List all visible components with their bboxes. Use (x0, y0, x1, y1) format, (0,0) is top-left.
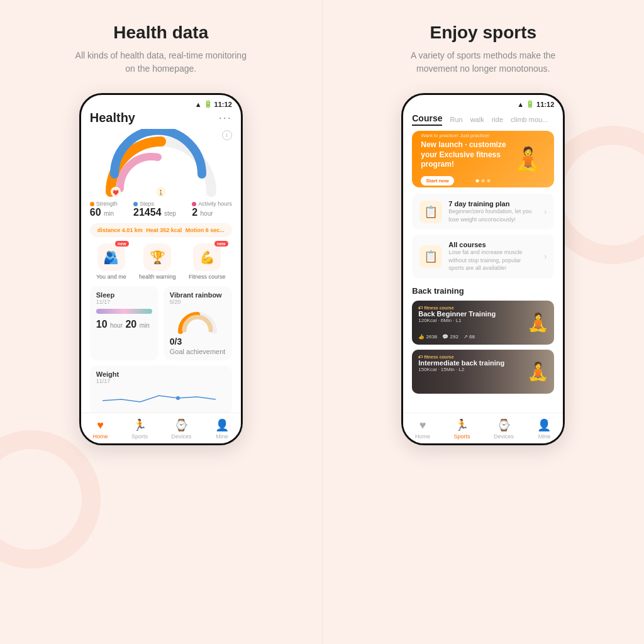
you-and-me-item[interactable]: 🫂 new You and me (96, 243, 126, 280)
activity-dot (192, 202, 196, 206)
tab-climb[interactable]: climb mou... (511, 116, 548, 123)
nav-home-label-right: Home (415, 433, 430, 440)
seven-day-icon: 📋 (419, 201, 442, 223)
tab-walk[interactable]: walk (470, 116, 484, 123)
activity-label: Activity hours (192, 201, 232, 207)
info-icon[interactable]: i (222, 130, 232, 140)
all-courses-item[interactable]: 📋 All courses Lose fat and increase musc… (412, 235, 554, 279)
video-card-1[interactable]: 🏷 fitness course Back Beginner Training … (412, 301, 554, 345)
tab-ride[interactable]: ride (492, 116, 503, 123)
nav-home-right[interactable]: ♥ Home (415, 419, 430, 440)
strength-dot (90, 202, 94, 206)
nav-devices-left[interactable]: ⌚ Devices (171, 418, 191, 440)
vibrant-card[interactable]: Vibrant rainbow 5/20 0/3 Goal achievemen… (164, 286, 232, 360)
motion-info: Motion 6 sec... (186, 227, 225, 233)
seven-day-title: 7 day training plan (448, 200, 538, 208)
right-panel-subtitle: A variety of sports methods make the mov… (395, 49, 571, 75)
you-and-me-label: You and me (96, 274, 126, 280)
bottom-nav-right: ♥ Home 🏃 Sports ⌚ Devices 👤 Mine (403, 413, 563, 443)
nav-devices-right[interactable]: ⌚ Devices (494, 418, 514, 440)
right-panel: Enjoy sports A variety of sports methods… (323, 0, 645, 644)
devices-icon-left: ⌚ (174, 418, 188, 432)
svg-text:❤️: ❤️ (113, 189, 119, 196)
activity-value: 2 (192, 207, 197, 218)
nav-home-left[interactable]: ♥ Home (92, 419, 108, 440)
nav-home-label-left: Home (92, 433, 108, 440)
more-menu-button[interactable]: ··· (219, 111, 232, 125)
tab-run[interactable]: Run (450, 116, 462, 123)
dot-2 (482, 179, 485, 182)
status-bar-left: ▲ 🔋 11:12 (81, 95, 241, 111)
bottom-nav-left: ♥ Home 🏃 Sports ⌚ Devices 👤 Mine (81, 413, 241, 443)
video-figure-1: 🧘 (527, 301, 549, 345)
steps-stat: Steps 21454 step (133, 201, 176, 218)
right-phone: ▲ 🔋 11:12 Course Run walk ride climb mou… (401, 93, 565, 445)
nav-mine-right[interactable]: 👤 Mine (537, 418, 551, 440)
chevron-icon-2: › (544, 252, 547, 261)
steps-value: 21454 (133, 207, 162, 218)
activity-unit: hour (201, 210, 213, 217)
banner-start-button[interactable]: Start now (421, 176, 453, 186)
left-panel: Health data All kinds of health data, re… (0, 0, 323, 644)
nav-sports-right[interactable]: 🏃 Sports (453, 418, 470, 440)
left-panel-title: Health data (113, 23, 208, 43)
time-left: 11:12 (214, 101, 232, 108)
video-card-2[interactable]: 🏷 fitness course Intermediate back train… (412, 350, 554, 394)
nav-sports-left[interactable]: 🏃 Sports (131, 418, 148, 440)
you-and-me-icon-box: 🫂 (97, 243, 125, 271)
strength-label: Strength (90, 201, 118, 207)
health-warning-label: health warning (139, 274, 176, 280)
all-courses-icon: 📋 (419, 245, 442, 268)
sports-screen: Course Run walk ride climb mou... Want t… (403, 111, 563, 445)
time-right: 11:12 (536, 101, 554, 108)
strength-unit: min (104, 210, 114, 217)
dot-1 (476, 179, 479, 182)
banner-image: 🧘 (511, 146, 545, 172)
sleep-min: 20 (125, 319, 136, 330)
new-badge-2: new (214, 241, 228, 247)
banner-text-block: Want to practice! Just practice! New lau… (421, 133, 511, 186)
shares-1: ↗ 68 (464, 334, 475, 340)
svg-point-4 (176, 396, 180, 400)
sleep-bar (96, 309, 152, 314)
weight-card[interactable]: Weight 11/17 (90, 365, 232, 414)
likes-1: 👍 2638 (418, 334, 437, 340)
all-courses-info: All courses Lose fat and increase muscle… (448, 241, 538, 272)
promo-banner[interactable]: Want to practice! Just practice! New lau… (412, 131, 554, 187)
sports-icon-left: 🏃 (133, 418, 147, 432)
weight-chart (96, 388, 226, 407)
health-screen: Healthy ··· ❤️ 🚶 (81, 111, 241, 445)
svg-text:🚶: 🚶 (158, 189, 164, 196)
stats-row: Strength 60 min Steps 21454 step (90, 201, 232, 218)
sleep-date: 11/17 (96, 299, 152, 305)
sleep-card[interactable]: Sleep 11/17 10 hour 20 min (90, 286, 158, 360)
fitness-course-item[interactable]: 💪 new Fitness course (189, 243, 226, 280)
left-panel-subtitle: All kinds of health data, real-time moni… (73, 49, 249, 75)
nav-mine-label-right: Mine (538, 433, 551, 440)
chevron-icon-1: › (544, 208, 547, 216)
sleep-min-unit: min (140, 322, 150, 329)
health-warning-item[interactable]: 🏆 health warning (139, 243, 176, 280)
new-badge-1: new (115, 241, 129, 247)
seven-day-plan-item[interactable]: 📋 7 day training plan Beginner/zero foun… (412, 194, 554, 230)
course-tabs: Course Run walk ride climb mou... (403, 111, 563, 131)
goal-label: Goal achievement (170, 348, 226, 355)
banner-big-text: New launch · customize your Exclusive fi… (421, 140, 511, 170)
goal-value: 0/3 (170, 336, 226, 347)
status-icons-right: ▲ 🔋 11:12 (517, 100, 554, 108)
nav-sports-label-right: Sports (453, 433, 470, 440)
steps-dot (133, 202, 138, 206)
battery-icon: 🔋 (204, 100, 213, 108)
nav-mine-left[interactable]: 👤 Mine (215, 418, 229, 440)
banner-small-text: Want to practice! Just practice! (421, 133, 511, 138)
health-header: Healthy ··· (90, 111, 232, 125)
tab-course[interactable]: Course (412, 113, 442, 126)
info-bar: distance 4.01 km Heat 352 kcal Motion 6 … (90, 223, 232, 237)
all-courses-desc: Lose fat and increase muscle without sto… (448, 248, 538, 272)
seven-day-desc: Beginner/zero foundation, let you lose w… (448, 208, 538, 223)
home-icon-right: ♥ (419, 419, 426, 432)
vibrant-title: Vibrant rainbow (170, 291, 226, 299)
status-bar-right: ▲ 🔋 11:12 (403, 95, 563, 111)
back-training-section-title: Back training (403, 284, 563, 301)
dot-3 (487, 179, 491, 182)
